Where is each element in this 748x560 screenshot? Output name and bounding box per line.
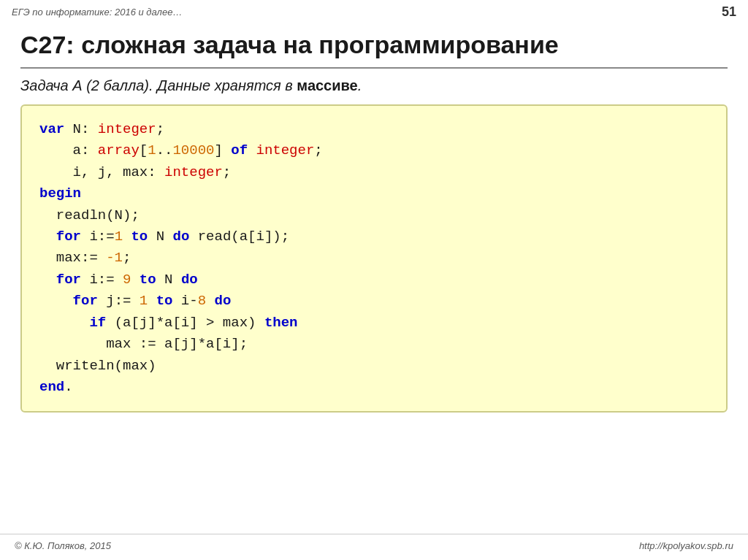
- code-line-6: for i:=1 to N do read(a[i]);: [39, 226, 709, 248]
- code-line-13: end.: [39, 377, 709, 398]
- code-line-8: for i:= 9 to N do: [39, 269, 709, 291]
- page-number: 51: [722, 4, 736, 20]
- code-line-5: readln(N);: [39, 205, 709, 226]
- footer-right: http://kpolyakov.spb.ru: [639, 540, 733, 551]
- slide-subtitle: Задача А (2 балла). Данные хранятся в ма…: [20, 77, 728, 94]
- code-line-2: a: array[1..10000] of integer;: [39, 140, 709, 161]
- slide-title: С27: сложная задача на программирование: [20, 30, 728, 60]
- code-line-7: max:= -1;: [39, 248, 709, 269]
- breadcrumb: ЕГЭ по информатике: 2016 и далее…: [12, 7, 182, 18]
- code-line-10: if (a[j]*a[i] > max) then: [39, 312, 709, 334]
- code-line-11: max := a[j]*a[i];: [39, 334, 709, 355]
- subtitle-bold: массиве: [297, 77, 357, 93]
- main-content: С27: сложная задача на программирование …: [0, 23, 748, 420]
- code-line-9: for j:= 1 to i-8 do: [39, 291, 709, 312]
- code-line-4: begin: [39, 183, 709, 204]
- title-divider: [20, 67, 728, 69]
- subtitle-prefix: Задача А (2 балла). Данные хранятся в: [20, 77, 297, 93]
- code-line-3: i, j, max: integer;: [39, 162, 709, 183]
- code-line-1: var N: integer;: [39, 119, 709, 140]
- footer-left: © К.Ю. Поляков, 2015: [15, 540, 111, 551]
- code-block: var N: integer; a: array[1..10000] of in…: [20, 104, 728, 413]
- page: ЕГЭ по информатике: 2016 и далее… 51 С27…: [0, 0, 748, 560]
- footer: © К.Ю. Поляков, 2015 http://kpolyakov.sp…: [0, 534, 748, 551]
- subtitle-suffix: .: [358, 77, 362, 93]
- code-line-12: writeln(max): [39, 356, 709, 377]
- top-bar: ЕГЭ по информатике: 2016 и далее… 51: [0, 0, 748, 23]
